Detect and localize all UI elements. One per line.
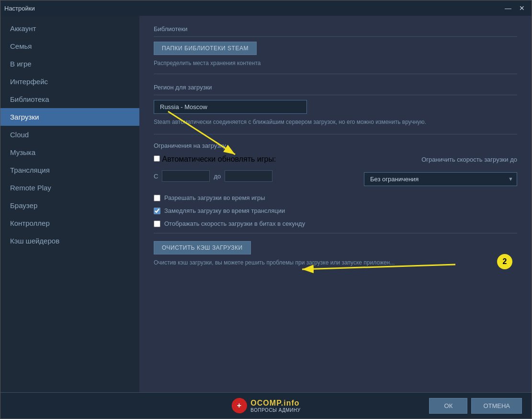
clear-cache-info: Очистив кэш загрузки, вы можете решить п… <box>154 259 517 273</box>
brand-sub-text: ВОПРОСЫ АДМИНУ <box>250 408 300 413</box>
region-info-text: Steam автоматически соединяется с ближай… <box>154 118 517 134</box>
region-section: Регион для загрузки Russia - Moscow Stea… <box>154 84 517 134</box>
window-controls: — ✕ <box>502 3 528 13</box>
content-area: Аккаунт Семья В игре Интерфейс Библиотек… <box>0 16 532 392</box>
clear-cache-section: ОЧИСТИТЬ КЭШ ЗАГРУЗКИ Очистив кэш загруз… <box>154 241 517 273</box>
sidebar-item-ingame[interactable]: В игре <box>0 55 139 73</box>
close-button[interactable]: ✕ <box>516 3 528 13</box>
show-bits-row: Отображать скорость загрузки в битах в с… <box>154 220 517 227</box>
show-bits-checkbox[interactable] <box>154 221 160 227</box>
settings-window: Настройки — ✕ Аккаунт Семья В игре Интер… <box>0 0 532 419</box>
speed-limit-right: Ограничить скорость загрузки до <box>421 156 517 163</box>
sidebar-item-account[interactable]: Аккаунт <box>0 20 139 37</box>
sidebar-item-browser[interactable]: Браузер <box>0 197 139 214</box>
allow-downloads-label[interactable]: Разрешать загрузки во время игры <box>154 194 265 201</box>
sidebar-item-music[interactable]: Музыка <box>0 143 139 161</box>
speed-limit-label: Ограничить скорость загрузки до <box>421 156 517 163</box>
region-dropdown-container: Russia - Moscow <box>154 100 517 114</box>
from-time-input[interactable] <box>162 170 210 182</box>
sidebar-item-cloud[interactable]: Cloud <box>0 126 139 143</box>
allow-downloads-row: Разрешать загрузки во время игры <box>154 194 517 201</box>
region-section-title: Регион для загрузки <box>154 84 517 95</box>
to-time-input[interactable] <box>225 170 272 182</box>
sidebar-item-controller[interactable]: Контроллер <box>0 214 139 232</box>
sidebar-item-family[interactable]: Семья <box>0 37 139 55</box>
bottom-bar: + OCOMP.info ВОПРОСЫ АДМИНУ ОК ОТМЕНА <box>0 392 532 419</box>
sidebar-item-broadcast[interactable]: Трансляция <box>0 161 139 179</box>
speed-dropdown-wrap: Без ограничения ▼ <box>364 172 517 186</box>
minimize-button[interactable]: — <box>502 3 514 13</box>
libraries-section-title: Библиотеки <box>154 25 517 37</box>
to-label: до <box>214 173 221 180</box>
window-title: Настройки <box>4 5 35 12</box>
sidebar-item-interface[interactable]: Интерфейс <box>0 73 139 90</box>
auto-update-label[interactable]: Автоматически обновлять игры: <box>154 155 276 164</box>
speed-limit-dropdown[interactable]: Без ограничения <box>364 172 517 186</box>
brand-area: + OCOMP.info ВОПРОСЫ АДМИНУ <box>231 398 300 413</box>
speed-limit-row: Автоматически обновлять игры: Ограничить… <box>154 155 517 164</box>
time-range-row: С до <box>154 170 272 182</box>
limits-title: Ограничения на загрузку <box>154 142 517 149</box>
sidebar-item-downloads[interactable]: Загрузки <box>0 108 139 126</box>
brand-icon: + <box>231 398 247 413</box>
sidebar-item-remoteplay[interactable]: Remote Play <box>0 179 139 197</box>
brand-text: OCOMP.info ВОПРОСЫ АДМИНУ <box>250 399 300 413</box>
clear-cache-button[interactable]: ОЧИСТИТЬ КЭШ ЗАГРУЗКИ <box>154 241 251 254</box>
main-content: Библиотеки ПАПКИ БИБЛИОТЕКИ STEAM Распре… <box>139 16 532 392</box>
libraries-button-row: ПАПКИ БИБЛИОТЕКИ STEAM <box>154 42 517 55</box>
auto-update-checkbox[interactable] <box>154 155 160 162</box>
cancel-button[interactable]: ОТМЕНА <box>471 398 522 414</box>
steam-library-folders-button[interactable]: ПАПКИ БИБЛИОТЕКИ STEAM <box>154 42 257 55</box>
title-bar: Настройки — ✕ <box>0 0 532 16</box>
show-bits-label[interactable]: Отображать скорость загрузки в битах в с… <box>154 220 305 227</box>
limits-section: Ограничения на загрузку Автоматически об… <box>154 142 517 227</box>
libraries-sub-label: Распределить места хранения контента <box>154 60 517 74</box>
auto-update-left: Автоматически обновлять игры: <box>154 155 276 164</box>
ok-button[interactable]: ОК <box>429 398 467 414</box>
slow-broadcast-row: Замедлять загрузку во время трансляции <box>154 207 517 214</box>
slow-broadcast-checkbox[interactable] <box>154 208 160 214</box>
clear-cache-button-row: ОЧИСТИТЬ КЭШ ЗАГРУЗКИ <box>154 241 517 254</box>
sidebar: Аккаунт Семья В игре Интерфейс Библиотек… <box>0 16 139 392</box>
from-label: С <box>154 173 158 180</box>
region-dropdown[interactable]: Russia - Moscow <box>154 100 307 114</box>
section-divider <box>154 233 517 233</box>
sidebar-item-shader-cache[interactable]: Кэш шейдеров <box>0 232 139 250</box>
slow-broadcast-label[interactable]: Замедлять загрузку во время трансляции <box>154 207 285 214</box>
sidebar-item-library[interactable]: Библиотека <box>0 90 139 108</box>
allow-downloads-checkbox[interactable] <box>154 195 160 201</box>
brand-main-text: OCOMP.info <box>250 399 300 408</box>
